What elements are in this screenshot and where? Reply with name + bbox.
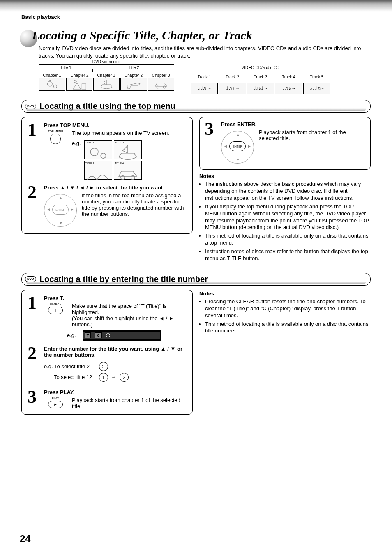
section-2-header: DVD Locating a title by entering the tit… <box>21 273 371 286</box>
dpad-icon: ENTER ▲ ▼ ◄ ► <box>44 194 77 227</box>
s2-step1-title: Press T. <box>44 295 187 301</box>
number-2-button-icon: 2 <box>120 373 129 382</box>
step2-title: Press ▲ / ▼ / ◄ / ► to select the title … <box>44 185 187 191</box>
notes-title: Notes <box>199 173 371 179</box>
arrows: ◄ / ► <box>159 315 174 321</box>
top-gradient <box>0 0 392 12</box>
svg-point-6 <box>90 148 98 156</box>
top-menu-button-icon: TOP MENU <box>44 130 67 145</box>
step1-title: Press TOP MENU. <box>44 122 187 128</box>
osd-display: T C <box>83 330 161 341</box>
cd-diagram: VIDEO CD/audio CD Track 1 Track 2 Track … <box>191 70 330 94</box>
dpad-enter-icon: ENTER ▲ ▼ ◄ ► <box>221 131 254 164</box>
svg-point-1 <box>53 85 57 88</box>
t: to select the title you want. <box>95 185 164 191</box>
svg-point-0 <box>47 81 52 86</box>
music-notes-icon: ♩♫♪ ~ <box>219 83 246 94</box>
eg-label: e.g. <box>67 332 76 338</box>
dpad-center-label: ENTER <box>229 141 246 151</box>
play-button-icon: PLAY ► <box>44 397 67 409</box>
arrow-down-icon: ▼ <box>236 157 240 162</box>
step3-desc: Playback starts from chapter 1 of the se… <box>259 129 365 141</box>
arrow-right-icon: → <box>111 374 116 380</box>
step-number-1: 1 <box>28 122 40 180</box>
section-1-header: DVD Locating a title using the top menu <box>21 100 371 113</box>
play-label: PLAY <box>44 397 67 400</box>
page-title: Locating a Specific Title, Chapter, or T… <box>32 28 371 42</box>
number-2-button-icon: 2 <box>99 362 108 371</box>
note-item: This method of locating a title is avail… <box>205 233 371 247</box>
t: Enter the number for the title you want,… <box>44 346 161 352</box>
note-item: Pressing the CLEAR button resets the tit… <box>205 298 371 319</box>
search-t-button-icon: SEARCH T <box>44 303 67 315</box>
eg-line2-label: To select title 12 <box>44 372 97 383</box>
step-number-1: 1 <box>28 295 40 341</box>
cd-label: VIDEO CD/audio CD <box>236 65 285 70</box>
menu-tile-3: TITLE 3 <box>84 161 112 180</box>
dvd-label: DVD video disc <box>86 60 127 64</box>
s2-step3-desc: Playback starts from chapter 1 of the se… <box>72 397 187 409</box>
step2-desc: If the titles in the top menu are assign… <box>82 192 187 217</box>
arrow-right-icon: ► <box>247 144 251 148</box>
note-item: The instructions above describe basic pr… <box>205 181 371 202</box>
breadcrumb: Basic playback <box>21 14 371 20</box>
osd-t-cell: T <box>85 332 91 338</box>
note-item: If you display the top menu during playb… <box>205 203 371 231</box>
arrow-right-icon: ► <box>70 207 74 212</box>
title1-label: Title 1 <box>58 65 74 70</box>
tv-menu-example: TITLE 1 TITLE 2 TITLE 3 TITLE 4 <box>84 140 142 180</box>
dvd-badge-icon: DVD <box>25 104 36 109</box>
arrow-left-icon: ◄ <box>224 144 228 148</box>
track-label: Track 5 <box>303 75 330 79</box>
music-notes-icon: ♩♫♪ ~ <box>275 83 302 94</box>
arrows: ▲ / ▼ <box>161 346 176 352</box>
music-notes-icon: ♪♩♩♫~ <box>303 83 330 94</box>
play-glyph-icon: ► <box>54 402 58 406</box>
dvd-disc-diagram: DVD video disc Title 1 Title 2 Chapter 1… <box>39 64 174 94</box>
music-notes-icon: ♩♪♪♩ ~ <box>247 83 274 94</box>
thumb-princess-icon <box>39 78 65 91</box>
step-number-3: 3 <box>28 389 40 409</box>
note-item: This method of locating a title is avail… <box>205 321 371 335</box>
ch-label: Chapter 1 <box>93 73 120 78</box>
menu-tile-1: TITLE 1 <box>84 140 112 159</box>
arrow-down-icon: ▼ <box>59 221 63 225</box>
section-2-title: Locating a title by entering the title n… <box>39 275 208 284</box>
step3-title: Press ENTER. <box>221 121 365 127</box>
ch-label: Chapter 1 <box>39 73 65 78</box>
s2-step1-desc1: Make sure that the space of "T (Title)" … <box>72 303 187 315</box>
title2-label: Title 2 <box>125 65 142 70</box>
intro-text: Normally, DVD video discs are divided in… <box>39 45 371 59</box>
note-item: Instruction notes of discs may refer to … <box>205 248 371 262</box>
section-1-steps-box-left: 1 Press TOP MENU. TOP MENU The top menu … <box>21 117 193 234</box>
track-label: Track 3 <box>247 75 274 79</box>
ch-label: Chapter 2 <box>66 73 93 78</box>
t: Press <box>44 185 60 191</box>
step1-desc: The top menu appears on the TV screen. <box>72 130 187 136</box>
arrows: ▲ / ▼ / ◄ / ► <box>60 185 95 191</box>
s2-step1-desc2: (You can shift the highlight using the ◄… <box>72 315 187 328</box>
search-label: SEARCH <box>44 303 67 306</box>
top-menu-label: TOP MENU <box>44 130 67 133</box>
thumb-castle-icon <box>66 78 93 91</box>
section-1-notes: Notes The instructions above describe ba… <box>199 173 371 262</box>
t: buttons.) <box>72 321 93 328</box>
t-label: T <box>54 308 57 312</box>
osd-c-cell: C <box>95 332 102 338</box>
eg-label: e.g. <box>72 140 81 146</box>
section-2-notes: Notes Pressing the CLEAR button resets t… <box>199 291 371 335</box>
thumb-ship-icon <box>93 78 120 91</box>
section-1-title: Locating a title using the top menu <box>39 102 175 111</box>
menu-tile-4: TITLE 4 <box>114 161 142 180</box>
section-2-steps-box: 1 Press T. SEARCH T Make sure that the s… <box>21 290 193 415</box>
arrow-up-icon: ▲ <box>59 196 63 200</box>
svg-point-2 <box>74 80 76 83</box>
eg-line1-label: e.g. To select title 2 <box>44 361 97 372</box>
arrow-left-icon: ◄ <box>46 207 51 212</box>
t: (You can shift the highlight using the <box>72 315 159 321</box>
music-notes-icon: ♪♩♫ ~ <box>191 83 218 94</box>
page-number: 24 <box>16 532 31 546</box>
number-1-button-icon: 1 <box>99 373 108 382</box>
step-number-2: 2 <box>28 346 40 384</box>
ch-label: Chapter 2 <box>120 73 147 78</box>
